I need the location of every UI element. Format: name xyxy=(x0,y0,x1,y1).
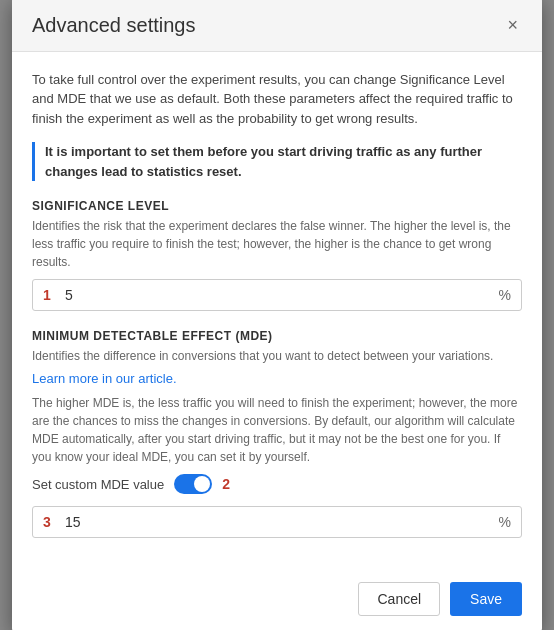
significance-input-row: 1 % xyxy=(32,279,522,311)
modal-footer: Cancel Save xyxy=(12,572,542,630)
warning-text: It is important to set them before you s… xyxy=(45,144,482,179)
intro-text: To take full control over the experiment… xyxy=(32,70,522,129)
significance-section-title: SIGNIFICANCE LEVEL xyxy=(32,199,522,213)
mde-section-title: MINIMUM DETECTABLE EFFECT (MDE) xyxy=(32,329,522,343)
significance-row-number: 1 xyxy=(33,281,61,309)
mde-description1: Identifies the difference in conversions… xyxy=(32,347,522,365)
toggle-slider xyxy=(174,474,212,494)
warning-block: It is important to set them before you s… xyxy=(32,142,522,181)
significance-input[interactable] xyxy=(61,280,489,310)
mde-description2: The higher MDE is, the less traffic you … xyxy=(32,394,522,466)
toggle-number: 2 xyxy=(222,476,230,492)
toggle-label: Set custom MDE value xyxy=(32,477,164,492)
modal-header: Advanced settings × xyxy=(12,0,542,52)
mde-toggle-row: Set custom MDE value 2 xyxy=(32,474,522,494)
significance-description: Identifies the risk that the experiment … xyxy=(32,217,522,271)
mde-row-number: 3 xyxy=(33,508,61,536)
mde-suffix: % xyxy=(489,508,521,536)
mde-toggle[interactable] xyxy=(174,474,212,494)
modal-title: Advanced settings xyxy=(32,14,195,37)
mde-input-row: 3 % xyxy=(32,506,522,538)
close-button[interactable]: × xyxy=(503,14,522,36)
cancel-button[interactable]: Cancel xyxy=(358,582,440,616)
significance-suffix: % xyxy=(489,281,521,309)
save-button[interactable]: Save xyxy=(450,582,522,616)
modal-body: To take full control over the experiment… xyxy=(12,52,542,573)
mde-input[interactable] xyxy=(61,507,489,537)
advanced-settings-modal: Advanced settings × To take full control… xyxy=(12,0,542,630)
mde-learn-more-link[interactable]: Learn more in our article. xyxy=(32,371,177,386)
